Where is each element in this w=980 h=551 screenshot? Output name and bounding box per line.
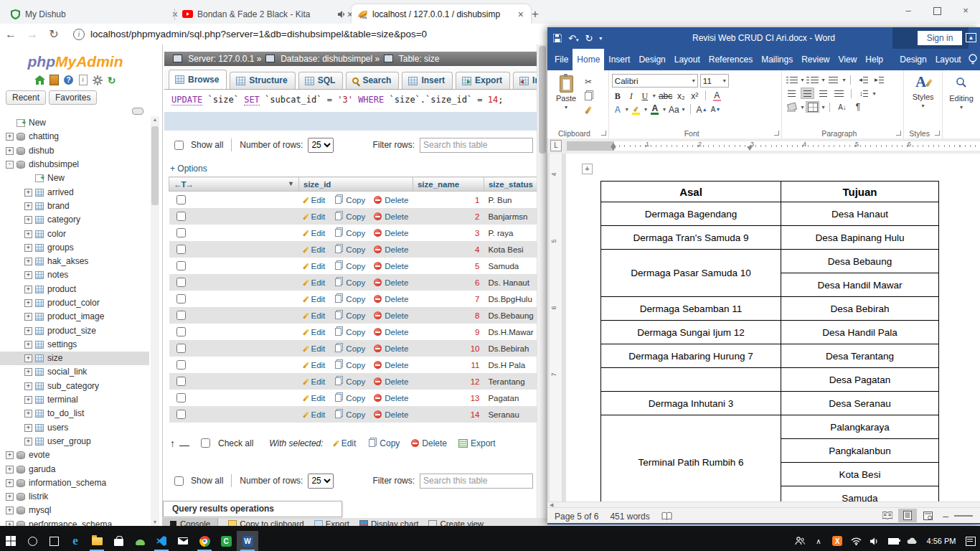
sidebar-item-listrik[interactable]: +listrik [0, 490, 149, 504]
doc-table-cell[interactable]: Samuda [781, 486, 939, 503]
align-right-button[interactable] [816, 88, 830, 99]
ribbon-tab-references[interactable]: References [705, 49, 757, 70]
sidebar-item-label[interactable]: New [29, 116, 46, 130]
bullets-button[interactable] [785, 74, 798, 85]
sort-icon[interactable]: ▼ [288, 180, 294, 187]
sidebar-item-label[interactable]: category [47, 213, 80, 227]
italic-button[interactable]: I [626, 90, 637, 101]
chrome-close-button[interactable]: × [951, 0, 980, 22]
reload-icon[interactable]: ↻ [43, 27, 65, 41]
expand-icon[interactable]: + [24, 299, 32, 307]
sidebar-item-new[interactable]: +New [0, 116, 149, 130]
breadcrumb-database[interactable]: Database: dishubsimpel [281, 54, 372, 64]
cortana-button[interactable] [22, 531, 43, 551]
sidebar-item-label[interactable]: dishub [29, 144, 54, 158]
sidebar-item-groups[interactable]: +groups [0, 241, 149, 255]
copy-link[interactable]: Copy [334, 209, 365, 223]
sort-button[interactable]: A↓ [835, 101, 849, 113]
multilevel-list-button[interactable] [826, 74, 840, 85]
decrease-indent-button[interactable]: ◄ [856, 74, 870, 85]
sidebar-item-dishubsimpel[interactable]: -dishubsimpel [0, 158, 149, 171]
bold-button[interactable]: B [612, 90, 623, 101]
address-bar[interactable]: localhost/phpmyadmin/sql.php?server=1&db… [90, 29, 427, 39]
xampp-tray-icon[interactable]: X [828, 531, 847, 551]
print-layout-icon[interactable] [898, 509, 917, 522]
ribbon-tab-mailings[interactable]: Mailings [757, 49, 797, 70]
new-tab-button[interactable]: + [527, 6, 544, 23]
sidebar-item-evote[interactable]: +evote [0, 448, 149, 462]
delete-link[interactable]: Delete [374, 193, 408, 207]
battery-icon[interactable] [884, 531, 903, 551]
sidebar-item-label[interactable]: mysql [29, 504, 51, 517]
expand-icon[interactable]: + [24, 244, 32, 252]
sidebar-item-label[interactable]: performance_schema [29, 518, 112, 526]
edit-link[interactable]: Edit [303, 193, 326, 207]
clear-formatting-button[interactable]: A [711, 90, 722, 101]
pma-tab-structure[interactable]: Structure [230, 72, 295, 89]
check-all-label[interactable]: Check all [218, 438, 253, 448]
sidebar-item-label[interactable]: color [47, 227, 66, 241]
undo-icon[interactable]: ↶▾ [568, 33, 578, 44]
delete-link[interactable]: Delete [374, 391, 408, 405]
docs-icon[interactable]: i [77, 75, 88, 85]
doc-table-cell[interactable]: Desa Handil Mawar [781, 273, 939, 297]
expand-icon[interactable]: + [24, 382, 32, 390]
sidebar-item-label[interactable]: user_group [47, 435, 91, 448]
sidebar-item-garuda[interactable]: +garuda [0, 462, 149, 476]
expand-icon[interactable]: + [6, 493, 14, 501]
browser-tab-youtube[interactable]: Bondan & Fade 2 Black - Kita × [176, 4, 360, 24]
row-checkbox[interactable] [176, 410, 186, 419]
delete-link[interactable]: Delete [374, 325, 408, 339]
ribbon-tab-help[interactable]: Help [861, 49, 887, 70]
expand-icon[interactable]: + [24, 258, 32, 265]
sidebar-item-settings[interactable]: +settings [0, 338, 149, 352]
pma-tab-insert[interactable]: Insert [402, 72, 453, 89]
dialog-launcher-icon[interactable] [935, 131, 940, 136]
wifi-icon[interactable] [847, 531, 865, 551]
copy-link[interactable]: Copy [334, 342, 365, 355]
browser-tab-my-dishub[interactable]: My Dishub × [4, 4, 185, 24]
sidebar-item-new[interactable]: +New [0, 171, 149, 185]
show-hidden-icons-icon[interactable]: ∧ [809, 531, 828, 551]
refresh-icon[interactable]: ↻ [106, 75, 117, 85]
check-all-checkbox[interactable] [201, 438, 210, 448]
numbering-button[interactable] [806, 74, 819, 85]
rows-per-page-select[interactable]: 25 [308, 474, 334, 489]
doc-table-cell[interactable] [601, 368, 781, 392]
edit-link[interactable]: Edit [303, 276, 326, 289]
expand-icon[interactable]: + [24, 230, 32, 238]
expand-icon[interactable]: + [24, 286, 32, 293]
row-checkbox[interactable] [176, 278, 186, 287]
sidebar-item-chatting[interactable]: +chatting [0, 130, 149, 143]
sidebar-item-size[interactable]: +size [0, 352, 149, 365]
expand-icon[interactable]: + [24, 438, 32, 446]
sidebar-item-label[interactable]: chatting [29, 130, 59, 143]
doc-table-cell[interactable]: Dermaga Tran's Samuda 9 [601, 226, 781, 250]
doc-table-cell[interactable]: Desa Pagatan [781, 368, 939, 392]
underline-dropdown-icon[interactable]: ▾ [653, 93, 656, 99]
sidebar-item-label[interactable]: information_schema [29, 476, 106, 490]
sidebar-scrollbar[interactable]: ▲ ▼ [151, 116, 159, 526]
quick-access-dropdown-icon[interactable]: ▾ [599, 35, 602, 42]
shrink-font-button[interactable]: A▼ [710, 103, 722, 115]
horizontal-ruler[interactable]: L 123456 [547, 138, 980, 154]
sidebar-item-label[interactable]: garuda [29, 463, 55, 476]
chrome-restore-button[interactable] [923, 0, 951, 22]
expand-icon[interactable]: + [24, 354, 32, 362]
transpose-icon[interactable]: ←T→ [174, 180, 193, 189]
column-header-size_id[interactable]: size_id [299, 177, 413, 192]
context-tab-design[interactable]: Design [895, 49, 930, 70]
row-checkbox[interactable] [176, 294, 186, 303]
sidebar-item-label[interactable]: social_link [47, 365, 87, 379]
sign-in-button[interactable]: Sign in [918, 31, 962, 45]
microsoft-store-icon[interactable] [108, 531, 129, 551]
sidebar-item-hak_akses[interactable]: +hak_akses [0, 255, 149, 268]
show-all-checkbox[interactable] [174, 476, 184, 486]
vscode-icon[interactable] [151, 531, 172, 551]
vertical-ruler[interactable]: 4567 [550, 154, 562, 502]
subscript-button[interactable]: x₂ [675, 90, 687, 101]
edge-icon[interactable]: e [65, 531, 86, 551]
row-checkbox[interactable] [176, 311, 186, 320]
scroll-down-icon[interactable]: ▼ [151, 519, 159, 526]
sidebar-item-label[interactable]: terminal [47, 393, 78, 407]
